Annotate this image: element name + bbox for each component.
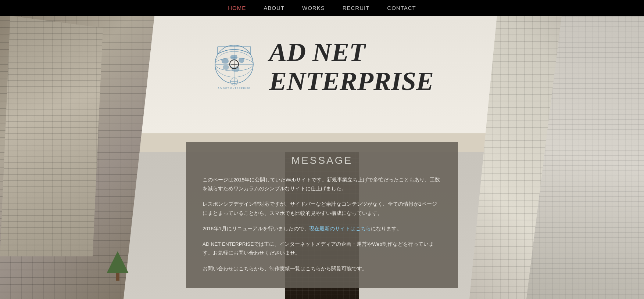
hero-section: AD NET ENTERPRISE AD NET ENTERPRISE MESS…: [0, 16, 644, 299]
svg-text:AD NET ENTERPRISE: AD NET ENTERPRISE: [218, 87, 250, 90]
logo-line2: ENTERPRISE: [269, 67, 434, 96]
message-p3-suffix: になります。: [371, 226, 402, 231]
message-section: MESSAGE このページは2015年に公開していたWebサイトです。新規事業立…: [186, 142, 458, 288]
logo-text: AD NET ENTERPRISE: [269, 38, 434, 96]
nav-recruit[interactable]: RECRUIT: [343, 5, 370, 11]
logo-area: AD NET ENTERPRISE AD NET ENTERPRISE: [210, 38, 434, 96]
message-body: このページは2015年に公開していたWebサイトです。新規事業立ち上げで多忙だっ…: [203, 176, 441, 273]
nav-works[interactable]: WORKS: [302, 5, 325, 11]
works-link[interactable]: 制作実績一覧はこちら: [269, 266, 321, 271]
message-paragraph-4: AD NET ENTERPRISEでは主に、インターネットメディアの企画・運営や…: [203, 240, 441, 258]
building-left2: [0, 16, 103, 256]
message-p5-mid: から、: [254, 266, 269, 271]
message-title: MESSAGE: [203, 155, 441, 166]
message-p5-suffix: から閲覧可能です。: [321, 266, 367, 271]
message-paragraph-3: 2016年1月にリニューアルを行いましたので、現在最新のサイトはこちらになります…: [203, 224, 441, 233]
message-p3-prefix: 2016年1月にリニューアルを行いましたので、: [203, 226, 309, 231]
company-logo-icon: AD NET ENTERPRISE: [210, 43, 258, 91]
message-paragraph-5: お問い合わせはこちらから、制作実績一覧はこちらから閲覧可能です。: [203, 264, 441, 273]
main-navigation: HOME ABOUT WORKS RECRUIT CONTACT: [0, 0, 644, 16]
message-paragraph-1: このページは2015年に公開していたWebサイトです。新規事業立ち上げで多忙だっ…: [203, 176, 441, 194]
contact-link[interactable]: お問い合わせはこちら: [203, 266, 254, 271]
message-paragraph-2: レスポンシブデザイン非対応ですが、サイドバーなど余計なコンテンツがなく、全ての情…: [203, 200, 441, 218]
nav-home[interactable]: HOME: [228, 5, 246, 11]
latest-site-link[interactable]: 現在最新のサイトはこちら: [309, 226, 371, 231]
tree-decoration: [107, 251, 129, 281]
nav-contact[interactable]: CONTACT: [387, 5, 416, 11]
logo-line1: AD NET: [269, 38, 434, 67]
nav-about[interactable]: ABOUT: [264, 5, 285, 11]
